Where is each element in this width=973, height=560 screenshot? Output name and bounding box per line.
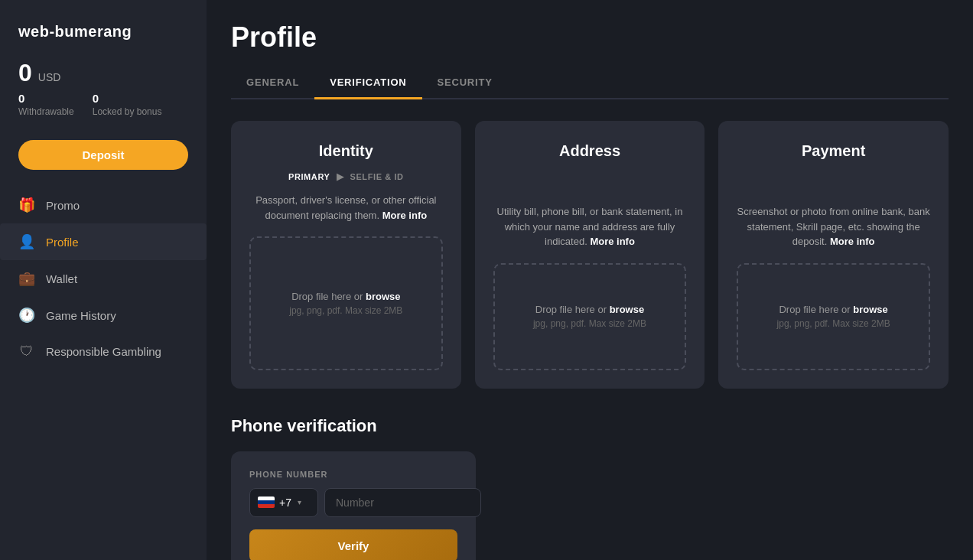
sidebar-item-label-game-history: Game History xyxy=(46,309,116,322)
locked-label: Locked by bonus xyxy=(93,106,162,117)
identity-title: Identity xyxy=(319,142,373,160)
sidebar-item-promo[interactable]: 🎁 Promo xyxy=(0,187,207,223)
balance-details: 0 Withdrawable 0 Locked by bonus xyxy=(18,92,188,117)
identity-drop-hint: jpg, png, pdf. Max size 2MB xyxy=(289,305,402,316)
sidebar-logo: web-bumerang xyxy=(0,15,207,59)
address-desc: Utility bill, phone bill, or bank statem… xyxy=(493,204,687,249)
phone-label: PHONE NUMBER xyxy=(249,470,457,479)
main-content: Profile GENERAL VERIFICATION SECURITY Id… xyxy=(207,0,973,560)
identity-browse[interactable]: browse xyxy=(366,291,401,302)
country-code-value: +7 xyxy=(279,497,291,509)
sidebar-nav: 🎁 Promo 👤 Profile 💼 Wallet 🕐 Game Histor… xyxy=(0,187,207,370)
tab-general[interactable]: GENERAL xyxy=(231,69,314,99)
sidebar-item-label-wallet: Wallet xyxy=(46,272,77,285)
promo-icon: 🎁 xyxy=(18,197,35,213)
game-history-icon: 🕐 xyxy=(18,307,35,324)
wallet-icon: 💼 xyxy=(18,270,35,287)
identity-drop-zone[interactable]: Drop file here or browse jpg, png, pdf. … xyxy=(249,236,443,370)
country-code-select[interactable]: +7 ▾ xyxy=(249,488,318,517)
sidebar-item-profile[interactable]: 👤 Profile xyxy=(0,223,207,260)
payment-browse[interactable]: browse xyxy=(853,304,888,315)
identity-subtabs: PRIMARY ▶ SELFIE & ID xyxy=(288,171,404,182)
identity-more-info[interactable]: More info xyxy=(382,210,428,221)
address-browse[interactable]: browse xyxy=(610,304,645,315)
phone-number-input[interactable] xyxy=(324,488,481,517)
tab-security[interactable]: SECURITY xyxy=(422,69,508,99)
address-drop-zone[interactable]: Drop file here or browse jpg, png, pdf. … xyxy=(493,263,687,370)
locked-item: 0 Locked by bonus xyxy=(93,92,162,117)
verify-button[interactable]: Verify xyxy=(249,529,457,561)
payment-drop-text: Drop file here or browse xyxy=(779,304,887,315)
payment-drop-zone[interactable]: Drop file here or browse jpg, png, pdf. … xyxy=(737,263,930,370)
phone-card: PHONE NUMBER +7 ▾ Verify xyxy=(231,451,476,561)
verification-cards: Identity PRIMARY ▶ SELFIE & ID Passport,… xyxy=(231,121,949,389)
sidebar-item-label-responsible-gambling: Responsible Gambling xyxy=(46,345,161,358)
tab-verification[interactable]: VERIFICATION xyxy=(314,69,421,99)
profile-tabs: GENERAL VERIFICATION SECURITY xyxy=(231,69,949,99)
deposit-button[interactable]: Deposit xyxy=(18,140,188,170)
withdrawable-label: Withdrawable xyxy=(18,106,74,117)
locked-value: 0 xyxy=(93,92,162,105)
payment-title: Payment xyxy=(802,142,865,160)
sidebar-item-responsible-gambling[interactable]: 🛡 Responsible Gambling xyxy=(0,334,207,370)
sidebar-item-wallet[interactable]: 💼 Wallet xyxy=(0,260,207,297)
payment-more-info[interactable]: More info xyxy=(830,236,875,247)
identity-drop-text: Drop file here or browse xyxy=(291,291,400,302)
russia-flag xyxy=(258,497,275,508)
payment-card: Payment Screenshot or photo from online … xyxy=(718,121,949,389)
address-drop-hint: jpg, png, pdf. Max size 2MB xyxy=(533,318,646,329)
responsible-gambling-icon: 🛡 xyxy=(18,343,35,360)
phone-verification-section: Phone verification PHONE NUMBER +7 ▾ Ver… xyxy=(231,416,476,561)
phone-section-title: Phone verification xyxy=(231,416,476,436)
address-title: Address xyxy=(559,142,620,160)
payment-drop-hint: jpg, png, pdf. Max size 2MB xyxy=(777,318,890,329)
subtab-selfie[interactable]: SELFIE & ID xyxy=(350,172,404,181)
withdrawable-value: 0 xyxy=(18,92,74,105)
balance-currency: USD xyxy=(38,71,61,83)
address-drop-text: Drop file here or browse xyxy=(535,304,644,315)
identity-desc: Passport, driver's license, or other off… xyxy=(249,193,443,223)
address-card: Address Utility bill, phone bill, or ban… xyxy=(475,121,705,389)
subtab-arrow: ▶ xyxy=(337,171,344,182)
sidebar-item-game-history[interactable]: 🕐 Game History xyxy=(0,297,207,334)
balance-value: 0 xyxy=(18,59,32,87)
profile-icon: 👤 xyxy=(18,233,35,250)
page-title: Profile xyxy=(231,21,949,54)
sidebar: web-bumerang 0 USD 0 Withdrawable 0 Lock… xyxy=(0,0,207,560)
payment-desc: Screenshot or photo from online bank, ba… xyxy=(737,204,930,249)
balance-amount: 0 USD xyxy=(18,59,188,87)
sidebar-item-label-profile: Profile xyxy=(46,236,79,249)
phone-inputs: +7 ▾ xyxy=(249,488,457,517)
identity-card: Identity PRIMARY ▶ SELFIE & ID Passport,… xyxy=(231,121,461,389)
chevron-down-icon: ▾ xyxy=(298,498,301,506)
sidebar-item-label-promo: Promo xyxy=(46,199,80,212)
subtab-primary[interactable]: PRIMARY xyxy=(288,172,330,181)
withdrawable-item: 0 Withdrawable xyxy=(18,92,74,117)
address-more-info[interactable]: More info xyxy=(590,236,635,247)
balance-section: 0 USD 0 Withdrawable 0 Locked by bonus xyxy=(0,59,207,129)
